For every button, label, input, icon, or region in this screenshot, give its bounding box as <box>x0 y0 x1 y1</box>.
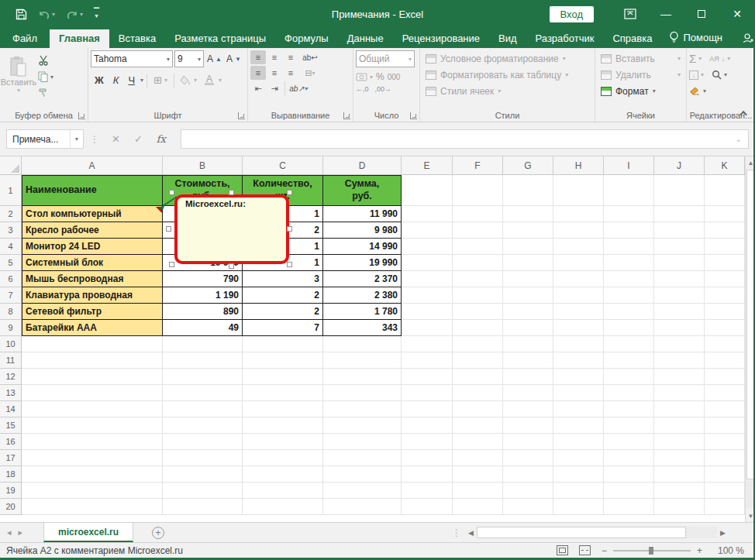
cell-D11[interactable] <box>323 352 402 369</box>
row-header-4[interactable]: 4 <box>0 239 22 255</box>
cell-B8[interactable]: 890 <box>163 304 243 320</box>
cell-E3[interactable] <box>402 222 453 239</box>
cell-I16[interactable] <box>604 434 654 450</box>
column-header-H[interactable]: H <box>553 156 604 175</box>
cell-E16[interactable] <box>402 434 453 450</box>
cell-G10[interactable] <box>503 336 553 352</box>
autosum-button[interactable]: Σ▾ <box>689 52 702 65</box>
cell-E15[interactable] <box>402 417 453 434</box>
row-header-10[interactable]: 10 <box>0 336 22 352</box>
cell-B7[interactable]: 1 190 <box>163 287 243 304</box>
orientation-button[interactable]: ab↗▾ <box>288 81 309 95</box>
cell-F5[interactable] <box>453 255 503 271</box>
cell-K20[interactable] <box>705 499 745 515</box>
cell-J9[interactable] <box>654 320 705 336</box>
cell-G11[interactable] <box>503 352 553 369</box>
zoom-out-icon[interactable]: − <box>602 545 607 556</box>
cell-K16[interactable] <box>705 434 745 450</box>
cell-I6[interactable] <box>604 271 654 287</box>
cancel-entry-icon[interactable]: ✕ <box>105 133 127 145</box>
row-header-14[interactable]: 14 <box>0 401 22 417</box>
cell-B6[interactable]: 790 <box>163 271 243 287</box>
find-select-button[interactable]: ▾ <box>712 70 727 80</box>
select-all-corner[interactable] <box>0 156 22 175</box>
cell-K12[interactable] <box>705 369 745 385</box>
cell-G5[interactable] <box>503 255 553 271</box>
cell-G14[interactable] <box>503 401 553 417</box>
cell-F1[interactable] <box>453 175 503 206</box>
tab-Рецензирование[interactable]: Рецензирование <box>393 29 489 48</box>
cell-K13[interactable] <box>705 385 745 401</box>
column-header-G[interactable]: G <box>503 156 553 175</box>
cell-K11[interactable] <box>705 352 745 369</box>
cell-I3[interactable] <box>604 222 654 239</box>
cell-H14[interactable] <box>553 401 604 417</box>
cell-F16[interactable] <box>453 434 503 450</box>
cell-J20[interactable] <box>654 499 705 515</box>
cell-A15[interactable] <box>22 417 163 434</box>
font-size-combo[interactable]: 9▾ <box>174 50 204 67</box>
grow-font-button[interactable]: A▲ <box>205 52 223 66</box>
cell-E14[interactable] <box>402 401 453 417</box>
cell-D4[interactable]: 14 990 <box>323 239 402 255</box>
font-name-combo[interactable]: Tahoma▾ <box>91 50 173 67</box>
cell-H16[interactable] <box>553 434 604 450</box>
insert-cells-button[interactable]: Вставить▾ <box>598 50 684 67</box>
cell-K17[interactable] <box>705 450 745 466</box>
column-header-J[interactable]: J <box>654 156 705 175</box>
cell-F18[interactable] <box>453 466 503 483</box>
tab-Справка[interactable]: Справка <box>603 29 661 48</box>
cell-E11[interactable] <box>402 352 453 369</box>
cell-B20[interactable] <box>163 499 243 515</box>
cell-J2[interactable] <box>654 206 705 222</box>
cell-G3[interactable] <box>503 222 553 239</box>
cell-K8[interactable] <box>705 304 745 320</box>
scroll-left-icon[interactable]: ◀ <box>465 529 477 537</box>
cell-B14[interactable] <box>163 401 243 417</box>
cell-C9[interactable]: 7 <box>243 320 323 336</box>
cell-A7[interactable]: Клавиатура проводная <box>22 287 163 304</box>
align-center-button[interactable]: ≡ <box>267 66 282 80</box>
cell-J3[interactable] <box>654 222 705 239</box>
cell-J6[interactable] <box>654 271 705 287</box>
shrink-font-button[interactable]: A▼ <box>225 52 243 66</box>
cell-H7[interactable] <box>553 287 604 304</box>
cell-H15[interactable] <box>553 417 604 434</box>
tab-Формулы[interactable]: Формулы <box>275 29 338 48</box>
cell-G20[interactable] <box>503 499 553 515</box>
number-dialog-launcher-icon[interactable] <box>410 112 417 119</box>
cell-D15[interactable] <box>323 417 402 434</box>
maximize-button[interactable] <box>684 0 719 28</box>
cell-H8[interactable] <box>553 304 604 320</box>
comment-handle-n[interactable] <box>229 190 234 195</box>
cell-D20[interactable] <box>323 499 402 515</box>
undo-icon[interactable]: ▾ <box>38 9 55 19</box>
cell-B9[interactable]: 49 <box>163 320 243 336</box>
cell-F14[interactable] <box>453 401 503 417</box>
cell-J16[interactable] <box>654 434 705 450</box>
cell-E5[interactable] <box>402 255 453 271</box>
format-painter-button[interactable] <box>35 86 57 99</box>
cell-D9[interactable]: 343 <box>323 320 402 336</box>
cell-A12[interactable] <box>22 369 163 385</box>
redo-icon[interactable]: ▾ <box>66 9 83 19</box>
cell-H18[interactable] <box>553 466 604 483</box>
cell-E6[interactable] <box>402 271 453 287</box>
tab-Разработчик[interactable]: Разработчик <box>526 29 604 48</box>
cell-C16[interactable] <box>243 434 323 450</box>
sheet-tab-active[interactable]: microexcel.ru <box>43 523 133 542</box>
cell-H10[interactable] <box>553 336 604 352</box>
cell-D12[interactable] <box>323 369 402 385</box>
comment-handle-ne[interactable] <box>287 190 292 195</box>
row-header-17[interactable]: 17 <box>0 450 22 466</box>
fill-button[interactable]: ↓▾ <box>689 70 704 80</box>
cell-H17[interactable] <box>553 450 604 466</box>
cell-J18[interactable] <box>654 466 705 483</box>
cell-C10[interactable] <box>243 336 323 352</box>
cell-K1[interactable] <box>705 175 745 206</box>
row-header-20[interactable]: 20 <box>0 499 22 515</box>
zoom-level[interactable]: 100 % <box>713 545 744 556</box>
cell-A13[interactable] <box>22 385 163 401</box>
redo-dropdown-icon[interactable]: ▾ <box>80 11 83 18</box>
cell-D1[interactable]: Сумма, руб. <box>323 175 402 206</box>
